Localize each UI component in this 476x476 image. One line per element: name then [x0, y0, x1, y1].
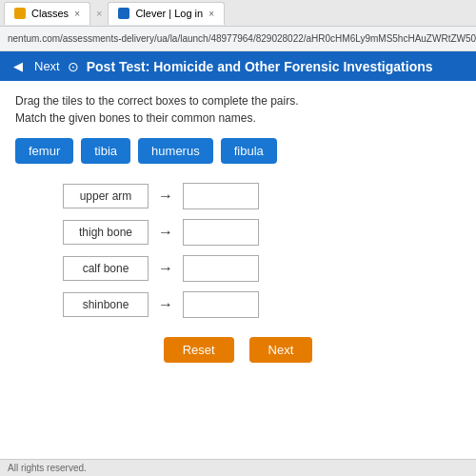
- pair-answer-calf-bone[interactable]: [183, 255, 259, 282]
- tab-separator: ×: [96, 8, 102, 19]
- nav-label: Next: [34, 59, 60, 73]
- bottom-buttons: Reset Next: [15, 337, 461, 363]
- address-bar: nentum.com/assessments-delivery/ua/la/la…: [0, 27, 476, 51]
- footer-text: All rights reserved.: [8, 463, 87, 473]
- instruction-main: Drag the tiles to the correct boxes to c…: [15, 94, 461, 108]
- pair-arrow-shinbone: →: [158, 296, 173, 313]
- pair-label-thigh-bone: thigh bone: [63, 220, 149, 245]
- tab-clever[interactable]: Clever | Log in ×: [108, 2, 225, 25]
- pair-answer-shinbone[interactable]: [183, 291, 259, 318]
- pairs-area: upper arm → thigh bone → calf bone → shi…: [63, 183, 461, 318]
- pair-answer-thigh-bone[interactable]: [183, 219, 259, 246]
- tile-humerus[interactable]: humerus: [138, 138, 213, 164]
- pair-arrow-thigh-bone: →: [158, 224, 173, 241]
- reset-button[interactable]: Reset: [164, 337, 234, 363]
- pair-row-thigh-bone: thigh bone →: [63, 219, 461, 246]
- tab-classes[interactable]: Classes ×: [4, 2, 90, 25]
- address-text: nentum.com/assessments-delivery/ua/la/la…: [8, 33, 476, 44]
- tab-clever-close[interactable]: ×: [208, 9, 214, 19]
- pair-label-calf-bone: calf bone: [63, 256, 149, 281]
- content-area: Drag the tiles to the correct boxes to c…: [0, 81, 476, 376]
- tab-classes-label: Classes: [31, 8, 69, 19]
- classes-favicon: [14, 8, 26, 19]
- tile-fibula[interactable]: fibula: [221, 138, 277, 164]
- tab-clever-label: Clever | Log in: [135, 8, 203, 19]
- tile-femur[interactable]: femur: [15, 138, 73, 164]
- pair-label-shinbone: shinbone: [63, 292, 149, 317]
- pair-arrow-calf-bone: →: [158, 260, 173, 277]
- pair-arrow-upper-arm: →: [158, 188, 173, 205]
- page-title: Post Test: Homicide and Other Forensic I…: [87, 59, 433, 74]
- tile-tibia[interactable]: tibia: [81, 138, 130, 164]
- browser-tabs: Classes × × Clever | Log in ×: [0, 0, 476, 27]
- pair-answer-upper-arm[interactable]: [183, 183, 259, 209]
- pair-row-calf-bone: calf bone →: [63, 255, 461, 282]
- pair-label-upper-arm: upper arm: [63, 184, 149, 208]
- nav-circle-icon: ⊙: [68, 59, 79, 74]
- footer: All rights reserved.: [0, 459, 476, 476]
- tiles-row: femur tibia humerus fibula: [15, 138, 461, 164]
- tab-classes-close[interactable]: ×: [74, 9, 80, 19]
- back-button[interactable]: ◀: [10, 57, 27, 75]
- next-button[interactable]: Next: [249, 337, 313, 363]
- page-header: ◀ Next ⊙ Post Test: Homicide and Other F…: [0, 51, 476, 81]
- instruction-sub: Match the given bones to their common na…: [15, 111, 461, 125]
- pair-row-shinbone: shinbone →: [63, 291, 461, 318]
- clever-favicon: [118, 8, 129, 19]
- pair-row-upper-arm: upper arm →: [63, 183, 461, 209]
